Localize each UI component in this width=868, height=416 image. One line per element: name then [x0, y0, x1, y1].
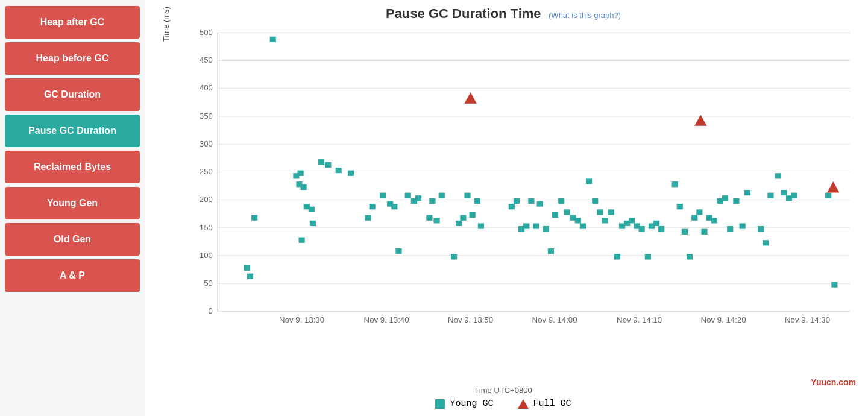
- svg-marker-121: [464, 92, 476, 103]
- sidebar-item-a-and-p[interactable]: A & P: [5, 259, 140, 292]
- svg-text:Nov 9, 13:30: Nov 9, 13:30: [279, 317, 324, 323]
- svg-rect-95: [653, 221, 659, 226]
- svg-rect-108: [727, 226, 733, 232]
- svg-rect-60: [451, 254, 457, 259]
- svg-rect-44: [325, 162, 331, 168]
- sidebar-item-old-gen[interactable]: Old Gen: [5, 223, 140, 256]
- svg-rect-68: [514, 198, 520, 204]
- svg-rect-51: [391, 204, 397, 209]
- sidebar-item-pause-gc-duration[interactable]: Pause GC Duration: [5, 115, 140, 147]
- sidebar-item-young-gen[interactable]: Young Gen: [5, 187, 140, 219]
- sidebar-item-reclaimed-bytes[interactable]: Reclaimed Bytes: [5, 151, 140, 183]
- svg-rect-71: [528, 198, 534, 204]
- svg-rect-84: [597, 209, 603, 215]
- svg-rect-76: [552, 212, 558, 218]
- svg-rect-42: [310, 221, 316, 226]
- svg-text:250: 250: [200, 168, 213, 176]
- chart-legend: Young GC Full GC: [151, 395, 856, 410]
- x-axis-label: Time UTC+0800: [151, 386, 856, 395]
- svg-rect-70: [523, 223, 529, 228]
- svg-rect-105: [711, 218, 717, 223]
- svg-rect-57: [429, 198, 435, 204]
- svg-rect-83: [592, 198, 598, 204]
- svg-text:Nov 9, 14:30: Nov 9, 14:30: [785, 317, 830, 323]
- svg-rect-49: [380, 193, 386, 198]
- svg-rect-85: [602, 218, 608, 223]
- svg-rect-98: [677, 204, 683, 209]
- svg-rect-46: [348, 171, 354, 176]
- svg-rect-81: [580, 223, 586, 228]
- young-gc-icon: [435, 399, 445, 409]
- svg-rect-41: [309, 207, 315, 212]
- svg-text:400: 400: [200, 84, 213, 92]
- svg-text:Nov 9, 14:10: Nov 9, 14:10: [617, 317, 662, 323]
- svg-text:Nov 9, 14:00: Nov 9, 14:00: [532, 317, 577, 323]
- svg-rect-93: [645, 254, 651, 259]
- svg-rect-39: [298, 238, 304, 243]
- chart-title: Pause GC Duration Time: [386, 6, 541, 21]
- svg-text:300: 300: [200, 140, 213, 148]
- svg-text:Nov 9, 14:20: Nov 9, 14:20: [701, 317, 746, 323]
- svg-rect-97: [672, 181, 678, 187]
- svg-text:350: 350: [200, 112, 213, 120]
- svg-rect-82: [586, 178, 592, 184]
- svg-rect-73: [537, 201, 543, 206]
- watermark: Yuucn.com: [811, 377, 856, 387]
- svg-rect-36: [297, 171, 303, 176]
- main-content: Pause GC Duration Time (What is this gra…: [145, 0, 868, 416]
- svg-rect-78: [564, 209, 570, 215]
- svg-rect-38: [301, 184, 307, 190]
- svg-text:0: 0: [209, 307, 213, 315]
- svg-rect-53: [405, 193, 411, 198]
- svg-rect-120: [825, 193, 831, 198]
- svg-rect-109: [733, 198, 739, 204]
- svg-rect-33: [251, 215, 257, 221]
- svg-rect-47: [365, 215, 371, 221]
- svg-rect-67: [509, 204, 515, 209]
- svg-text:200: 200: [200, 196, 213, 204]
- svg-rect-74: [543, 226, 549, 232]
- full-gc-icon: [518, 399, 529, 409]
- svg-text:Nov 9, 13:40: Nov 9, 13:40: [364, 317, 409, 323]
- svg-rect-55: [415, 195, 421, 201]
- svg-rect-66: [478, 223, 484, 228]
- svg-rect-111: [744, 190, 750, 195]
- svg-rect-101: [691, 215, 697, 221]
- svg-rect-112: [758, 226, 764, 232]
- svg-rect-102: [696, 209, 702, 215]
- svg-rect-34: [270, 37, 276, 42]
- svg-rect-32: [247, 274, 253, 279]
- svg-rect-118: [791, 193, 797, 198]
- chart-help-link[interactable]: (What is this graph?): [549, 11, 621, 20]
- svg-rect-87: [614, 254, 620, 259]
- chart-svg: .grid-line { stroke: #ddd; stroke-width:…: [181, 27, 856, 323]
- svg-rect-43: [318, 159, 324, 165]
- svg-text:Nov 9, 13:50: Nov 9, 13:50: [448, 317, 493, 323]
- svg-rect-90: [629, 218, 635, 223]
- svg-rect-113: [763, 240, 769, 245]
- legend-full-gc: Full GC: [518, 399, 571, 409]
- svg-text:500: 500: [200, 28, 213, 36]
- svg-rect-64: [470, 212, 476, 218]
- svg-rect-61: [456, 221, 462, 226]
- svg-rect-80: [575, 218, 581, 223]
- svg-rect-115: [775, 173, 781, 178]
- svg-rect-72: [533, 223, 539, 228]
- svg-rect-48: [370, 204, 376, 209]
- sidebar-item-heap-before-gc[interactable]: Heap before GC: [5, 42, 140, 75]
- sidebar-item-gc-duration[interactable]: GC Duration: [5, 78, 140, 111]
- svg-rect-65: [474, 198, 480, 204]
- svg-text:150: 150: [200, 224, 213, 232]
- svg-text:450: 450: [200, 57, 213, 65]
- svg-rect-62: [460, 215, 466, 221]
- chart-area: Time (ms) .grid-line { stroke: #ddd; str…: [151, 24, 856, 410]
- svg-rect-58: [433, 218, 439, 223]
- svg-rect-52: [395, 248, 401, 254]
- svg-rect-99: [682, 229, 688, 235]
- svg-rect-77: [558, 198, 564, 204]
- svg-rect-116: [781, 190, 787, 195]
- svg-rect-63: [464, 193, 470, 198]
- svg-rect-86: [608, 209, 614, 215]
- young-gc-label: Young GC: [450, 399, 493, 409]
- svg-rect-45: [336, 168, 342, 173]
